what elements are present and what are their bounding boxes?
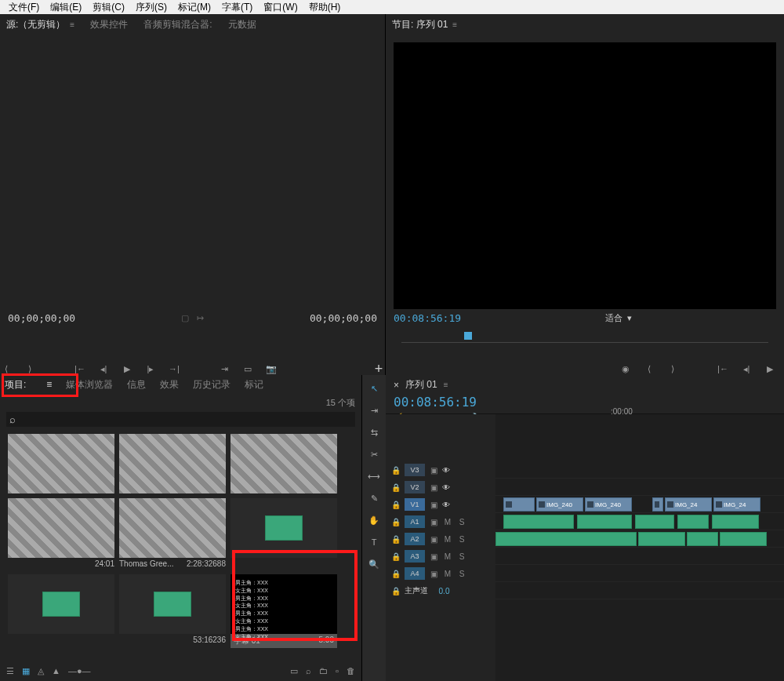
audio-clip[interactable] — [712, 515, 759, 529]
menu-file[interactable]: 文件(F) — [3, 1, 45, 14]
video-clip[interactable] — [503, 497, 535, 512]
program-scrubber[interactable] — [401, 327, 768, 346]
menu-clip[interactable]: 剪辑(C) — [87, 1, 130, 14]
slip-tool-icon[interactable]: ⟷ — [367, 469, 381, 483]
playhead-icon[interactable] — [464, 332, 472, 340]
audio-clip[interactable] — [720, 532, 767, 546]
type-tool-icon[interactable]: T — [367, 535, 381, 549]
source-go-in-icon[interactable]: |← — [74, 362, 86, 375]
bin-item[interactable] — [230, 498, 337, 570]
tab-effect-controls[interactable]: 效果控件 — [90, 18, 128, 31]
source-step-fwd-icon[interactable]: |▸ — [144, 362, 157, 375]
track-select-tool-icon[interactable]: ⇥ — [367, 403, 381, 417]
source-add-icon[interactable]: + — [372, 362, 385, 375]
menu-marker[interactable]: 标记(M) — [172, 1, 216, 14]
program-go-in-icon[interactable]: |← — [717, 362, 729, 375]
pen-tool-icon[interactable]: ✎ — [367, 491, 381, 505]
source-export-icon[interactable]: 📷 — [265, 362, 278, 375]
audio-clip[interactable] — [577, 515, 632, 529]
source-export-frame-icon[interactable]: ↦ — [197, 313, 204, 323]
new-item-icon[interactable]: ▫ — [336, 666, 339, 676]
audio-clip[interactable] — [677, 515, 709, 529]
video-clip[interactable]: IMG_24 — [665, 497, 712, 512]
timeline-timecode[interactable]: 00:08:56:19 — [394, 395, 482, 410]
fit-dropdown[interactable]: 适合 ▾ — [605, 312, 632, 324]
program-mark-out-icon[interactable]: ⟩ — [666, 362, 679, 375]
razor-tool-icon[interactable]: ✂ — [367, 447, 381, 461]
tab-source[interactable]: 源:（无剪辑） ≡ — [6, 18, 74, 31]
bin-item[interactable]: Thomas Gree...2:28:32688 — [119, 498, 226, 570]
source-mark-in-icon[interactable]: ⟨ — [0, 362, 13, 375]
automate-icon[interactable]: ▭ — [290, 666, 298, 676]
tab-program[interactable]: 节目: 序列 01 ≡ — [392, 18, 457, 31]
tab-project[interactable]: 项目: ≡ — [5, 378, 52, 391]
program-timecode[interactable]: 00:08:56:19 — [394, 312, 461, 324]
tab-audio-mixer[interactable]: 音频剪辑混合器: — [143, 18, 212, 31]
tracks-content[interactable]: IMG_240IMG_240IMG_24IMG_24 — [495, 414, 784, 681]
bin-item[interactable]: 53:16236 — [119, 574, 226, 648]
project-search-input[interactable] — [6, 412, 355, 427]
track-header-v3[interactable]: 🔒V3▣👁 — [386, 461, 495, 479]
source-go-out-icon[interactable]: →| — [168, 362, 180, 375]
video-clip[interactable]: IMG_240 — [536, 497, 583, 512]
source-insert-icon[interactable]: ⇥ — [218, 362, 230, 375]
tab-info[interactable]: 信息 — [127, 378, 146, 391]
source-overwrite-icon[interactable]: ▭ — [241, 362, 254, 375]
source-step-back-icon[interactable]: ◂| — [97, 362, 110, 375]
tab-media-browser[interactable]: 媒体浏览器 — [66, 378, 113, 391]
track-header-v2[interactable]: 🔒V2▣👁 — [386, 479, 495, 496]
audio-clip[interactable] — [503, 515, 574, 529]
freeform-view-icon[interactable]: ◬ — [38, 666, 44, 676]
zoom-tool-icon[interactable]: 🔍 — [367, 557, 381, 571]
audio-clip[interactable] — [638, 532, 685, 546]
bin-item[interactable]: 24:01 — [8, 498, 114, 570]
source-safe-margins-icon[interactable]: ▢ — [181, 313, 189, 323]
audio-clip[interactable] — [635, 515, 674, 529]
hand-tool-icon[interactable]: ✋ — [367, 513, 381, 527]
ripple-edit-tool-icon[interactable]: ⇆ — [367, 425, 381, 439]
tab-history[interactable]: 历史记录 — [193, 378, 230, 391]
bin-item[interactable] — [119, 434, 226, 493]
selection-tool-icon[interactable]: ↖ — [367, 381, 381, 395]
new-bin-icon[interactable]: 🗀 — [319, 666, 328, 676]
bin-item[interactable] — [230, 434, 337, 493]
menu-help[interactable]: 帮助(H) — [303, 1, 347, 14]
timeline-close-icon[interactable]: × — [394, 380, 399, 391]
sort-icon[interactable]: ▲ — [52, 666, 60, 676]
track-header-master[interactable]: 🔒主声道 0.0 — [386, 582, 495, 599]
track-header-a3[interactable]: 🔒A3▣MS — [386, 548, 495, 565]
menu-title[interactable]: 字幕(T) — [216, 1, 258, 14]
find-icon[interactable]: ⌕ — [306, 666, 311, 676]
program-marker-icon[interactable]: ◉ — [619, 362, 632, 375]
menu-edit[interactable]: 编辑(E) — [45, 1, 87, 14]
video-clip[interactable] — [652, 497, 663, 512]
video-clip[interactable]: IMG_24 — [713, 497, 760, 512]
audio-clip[interactable] — [687, 532, 718, 546]
video-clip[interactable]: IMG_240 — [585, 497, 632, 512]
track-header-a1[interactable]: 🔒A1▣MS — [386, 513, 495, 530]
program-mark-in-icon[interactable]: ⟨ — [643, 362, 655, 375]
bin-item-title[interactable]: 男主角：XXX 女主角：XXX 男主角：XXX 女主角：XXX 男主角：XXX … — [230, 574, 337, 648]
source-timecode-right[interactable]: 00;00;00;00 — [310, 312, 377, 324]
bin-item[interactable] — [8, 574, 114, 648]
source-monitor-view[interactable] — [0, 35, 385, 309]
source-timecode-left[interactable]: 00;00;00;00 — [8, 312, 75, 324]
audio-clip[interactable] — [495, 532, 637, 546]
program-step-back-icon[interactable]: ◂| — [740, 362, 753, 375]
zoom-slider[interactable]: —●— — [68, 666, 91, 676]
tab-markers[interactable]: 标记 — [245, 378, 263, 391]
source-play-icon[interactable]: ▶ — [121, 362, 133, 375]
menu-window[interactable]: 窗口(W) — [258, 1, 303, 14]
track-header-v1[interactable]: 🔒V1▣👁 — [386, 496, 495, 513]
project-bin-grid[interactable]: 24:01 Thomas Gree...2:28:32688 53:16236 — [0, 429, 361, 661]
source-mark-out-icon[interactable]: ⟩ — [24, 362, 36, 375]
tab-metadata[interactable]: 元数据 — [228, 18, 256, 31]
program-monitor-view[interactable] — [394, 42, 776, 309]
track-header-a2[interactable]: 🔒A2▣MS — [386, 530, 495, 548]
trash-icon[interactable]: 🗑 — [347, 666, 355, 676]
bin-item[interactable] — [8, 434, 114, 493]
tab-effects[interactable]: 效果 — [160, 378, 179, 391]
timeline-sequence-tab[interactable]: 序列 01 — [405, 378, 437, 391]
menu-sequence[interactable]: 序列(S) — [130, 1, 172, 14]
program-play-icon[interactable]: ▶ — [764, 362, 776, 375]
